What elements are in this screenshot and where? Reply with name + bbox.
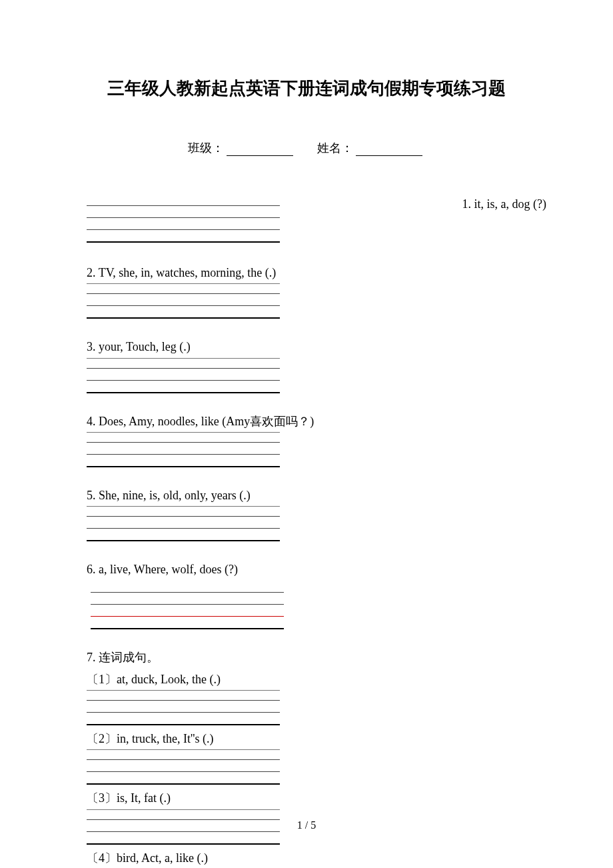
question-1-row: 1. it, is, a, dog (?): [87, 196, 526, 245]
question-3: 3. your, Touch, leg (.): [87, 339, 526, 393]
page-number: 1 / 5: [0, 819, 613, 831]
question-7-3-text: 〔3〕is, It, fat (.): [87, 790, 526, 806]
question-7-3: 〔3〕is, It, fat (.): [87, 790, 526, 844]
question-7: 7. 连词成句。 〔1〕at, duck, Look, the (.) 〔2〕i…: [87, 649, 526, 865]
answer-block-2[interactable]: [87, 282, 280, 319]
answer-block-5[interactable]: [87, 505, 280, 541]
question-4: 4. Does, Amy, noodles, like (Amy喜欢面吗？): [87, 413, 526, 467]
answer-block-4[interactable]: [87, 431, 280, 467]
question-7-2-text: 〔2〕in, truck, the, It''s (.): [87, 731, 526, 747]
answer-block-6[interactable]: [91, 583, 284, 629]
question-6-text: 6. a, live, Where, wolf, does (?): [87, 561, 526, 577]
question-2: 2. TV, she, in, watches, morning, the (.…: [87, 265, 526, 319]
name-label: 姓名：: [317, 140, 353, 156]
question-6: 6. a, live, Where, wolf, does (?): [87, 561, 526, 629]
question-7-4: 〔4〕bird, Act, a, like (.): [87, 850, 526, 866]
answer-block-7-2[interactable]: [87, 748, 280, 785]
question-7-1-text: 〔1〕at, duck, Look, the (.): [87, 671, 526, 687]
question-1: 1. it, is, a, dog (?): [462, 196, 546, 212]
question-7-4-text: 〔4〕bird, Act, a, like (.): [87, 850, 526, 866]
question-7-2: 〔2〕in, truck, the, It''s (.): [87, 731, 526, 785]
answer-block-3[interactable]: [87, 357, 280, 393]
question-3-text: 3. your, Touch, leg (.): [87, 339, 526, 355]
class-label: 班级：: [188, 140, 224, 156]
class-blank[interactable]: [227, 155, 293, 156]
name-blank[interactable]: [356, 155, 422, 156]
question-7-text: 7. 连词成句。: [87, 649, 526, 665]
question-5: 5. She, nine, is, old, only, years (.): [87, 487, 526, 541]
answer-block-1[interactable]: [87, 196, 280, 243]
question-2-text: 2. TV, she, in, watches, morning, the (.…: [87, 265, 526, 281]
question-4-text: 4. Does, Amy, noodles, like (Amy喜欢面吗？): [87, 413, 526, 429]
page: 三年级人教新起点英语下册连词成句假期专项练习题 班级： 姓名： 1. it, i…: [0, 0, 613, 868]
question-7-1: 〔1〕at, duck, Look, the (.): [87, 671, 526, 725]
answer-block-7-1[interactable]: [87, 689, 280, 725]
question-5-text: 5. She, nine, is, old, only, years (.): [87, 487, 526, 503]
info-line: 班级： 姓名：: [87, 140, 526, 156]
doc-title: 三年级人教新起点英语下册连词成句假期专项练习题: [87, 77, 526, 100]
content: 1. it, is, a, dog (?) 2. TV, she, in, wa…: [87, 196, 526, 866]
